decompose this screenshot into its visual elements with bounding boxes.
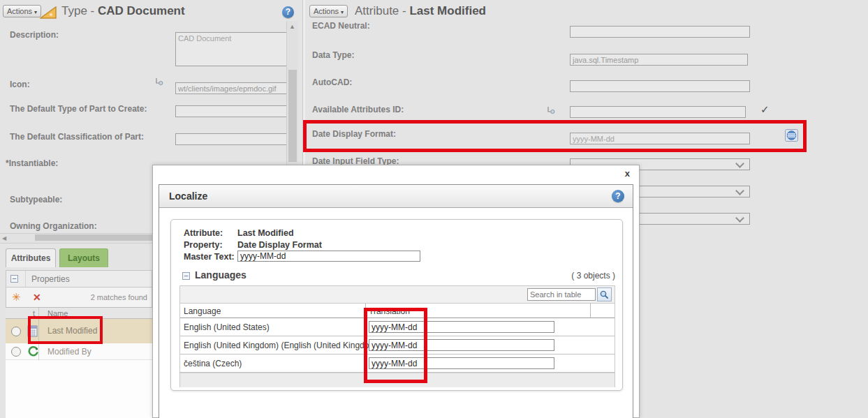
scroll-up-icon[interactable]: ▲ <box>289 23 295 30</box>
user-ring-icon <box>27 345 39 360</box>
search-button[interactable] <box>597 288 612 301</box>
row-name-label: Last Modified <box>47 326 97 336</box>
vertical-scroll-thumb[interactable] <box>288 70 297 162</box>
instantiable-label: *Instantiable: <box>6 158 58 168</box>
search-in-table-input[interactable] <box>527 288 596 301</box>
type-actions-button[interactable]: Actions▾ <box>3 5 41 17</box>
divider <box>25 271 26 287</box>
dialog-titlebar: Localize ? <box>159 185 633 208</box>
tab-layouts[interactable]: Layouts <box>59 248 108 267</box>
default-part-type-label: The Default Type of Part to Create: <box>10 104 147 114</box>
translation-input[interactable] <box>369 321 554 333</box>
property-meta-label: Property: <box>184 240 223 250</box>
matches-found-text: 2 matches found <box>91 293 147 301</box>
table-row-last-modified[interactable]: Last Modified <box>6 319 152 343</box>
column-type[interactable]: t <box>33 309 35 318</box>
pointer-indicator-icon <box>546 105 555 118</box>
attribute-meta-value: Last Modified <box>237 228 294 238</box>
form-horizontal-scrollbar[interactable]: ◀ <box>0 233 152 244</box>
row-name-label: Modified By <box>47 347 91 357</box>
available-attributes-id-input[interactable] <box>570 106 746 118</box>
help-icon[interactable]: ? <box>612 190 624 202</box>
localize-dialog: x Localize ? Attribute: Last Modified Pr… <box>152 165 640 418</box>
ecad-neutral-label: ECAD Neutral: <box>312 21 370 31</box>
ecad-neutral-input[interactable] <box>570 26 750 38</box>
language-row[interactable]: English (United Kingdom) (English (Unite… <box>180 336 615 354</box>
default-part-type-input[interactable] <box>175 105 287 117</box>
language-name: English (United States) <box>184 322 270 332</box>
table-footer-strip <box>180 373 615 387</box>
icon-label: Icon: <box>10 80 30 89</box>
collapse-languages-icon[interactable]: − <box>182 272 190 280</box>
column-language[interactable]: Language <box>184 306 221 316</box>
new-attribute-icon[interactable]: ✳ <box>12 291 21 304</box>
tab-attributes[interactable]: Attributes <box>6 248 56 267</box>
default-classification-input[interactable] <box>175 133 287 145</box>
localize-content-panel: Attribute: Last Modified Property: Date … <box>170 219 623 391</box>
autocad-label: AutoCAD: <box>312 77 352 87</box>
column-divider <box>38 307 39 360</box>
available-attributes-id-label: Available Attributes ID: <box>312 105 404 114</box>
row-radio[interactable] <box>11 347 21 357</box>
column-divider <box>590 304 591 318</box>
pointer-indicator-icon <box>154 77 163 89</box>
type-icon <box>40 6 57 22</box>
collapse-properties-icon[interactable]: − <box>10 275 18 283</box>
autocad-input[interactable] <box>570 80 750 92</box>
actions-label: Actions <box>314 7 339 15</box>
data-type-input[interactable] <box>570 54 748 66</box>
check-icon: ✓ <box>760 103 770 116</box>
localize-icon[interactable] <box>784 128 800 146</box>
translation-input[interactable] <box>369 357 554 369</box>
attributes-table-header: t Name <box>6 307 152 319</box>
horizontal-scroll-thumb[interactable] <box>35 234 152 241</box>
language-row[interactable]: English (United States) <box>180 318 615 336</box>
calendar-icon <box>27 324 38 341</box>
row-radio[interactable] <box>11 327 21 336</box>
column-divider <box>365 304 366 318</box>
languages-table-toolbar <box>180 286 615 304</box>
actions-label: Actions <box>7 7 32 15</box>
date-display-format-input[interactable] <box>570 133 750 144</box>
properties-header-label: Properties <box>31 274 70 284</box>
delete-attribute-icon[interactable]: ✕ <box>33 292 41 303</box>
scroll-left-icon[interactable]: ◀ <box>2 235 6 241</box>
date-display-format-label: Date Display Format: <box>312 129 396 139</box>
chevron-down-icon <box>735 159 744 168</box>
translation-input[interactable] <box>369 339 554 351</box>
language-name: čeština (Czech) <box>184 359 242 368</box>
master-text-input[interactable] <box>237 251 420 262</box>
help-icon[interactable]: ? <box>282 6 294 18</box>
property-meta-value: Date Display Format <box>237 240 322 250</box>
language-row[interactable]: čeština (Czech) <box>180 354 615 373</box>
subtypeable-label: Subtypeable: <box>10 195 62 204</box>
languages-table-header: Language Translation <box>180 304 615 318</box>
localize-dialog-frame: Localize ? Attribute: Last Modified Prop… <box>159 184 633 418</box>
default-classification-label: The Default Classification of Part: <box>10 132 144 142</box>
attributes-toolbar: ✳ ✕ 2 matches found <box>6 288 152 307</box>
description-label: Description: <box>10 30 59 40</box>
languages-section-label: Languages <box>195 269 247 281</box>
description-textarea[interactable]: CAD Document <box>175 32 287 66</box>
languages-table: Language Translation English (United Sta… <box>179 285 615 387</box>
type-page-title: Type - CAD Document <box>61 4 185 18</box>
attribute-actions-button[interactable]: Actions▾ <box>309 5 348 17</box>
chevron-down-icon <box>735 214 744 223</box>
master-text-label: Master Text: <box>184 252 235 262</box>
data-type-label: Data Type: <box>312 50 354 60</box>
owning-organization-label: Owning Organization: <box>10 221 97 231</box>
properties-header-bar: − Properties <box>6 270 152 288</box>
column-name[interactable]: Name <box>47 309 68 318</box>
table-row-modified-by[interactable]: Modified By <box>6 343 152 360</box>
caret-down-icon: ▾ <box>34 9 37 15</box>
caret-down-icon: ▾ <box>341 9 344 15</box>
column-translation[interactable]: Translation <box>369 306 410 316</box>
icon-path-input[interactable] <box>175 82 287 94</box>
dialog-title: Localize <box>169 191 207 202</box>
languages-count-text: ( 3 objects ) <box>571 271 615 281</box>
table-body <box>6 360 152 418</box>
attribute-page-title: Attribute - Last Modified <box>355 4 486 18</box>
chevron-down-icon <box>735 186 744 195</box>
close-icon[interactable]: x <box>625 168 630 179</box>
attribute-meta-label: Attribute: <box>184 228 223 238</box>
